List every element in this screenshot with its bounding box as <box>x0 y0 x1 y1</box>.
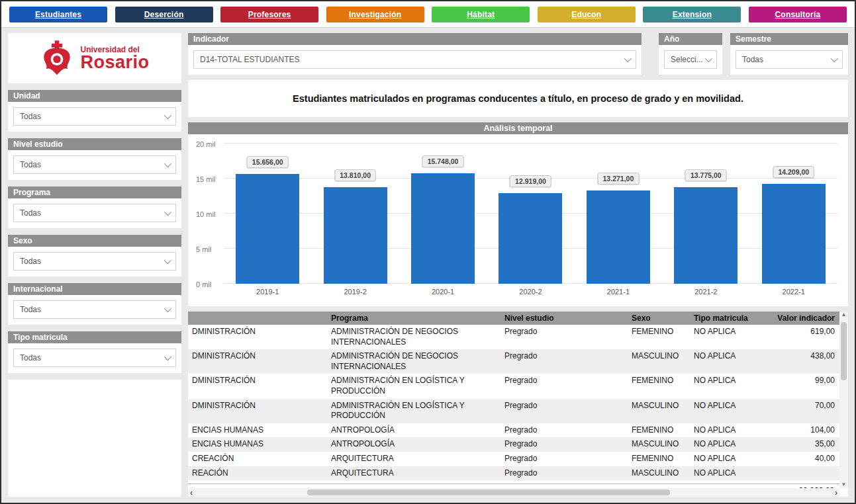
filter-select[interactable]: Todas <box>13 252 176 271</box>
table-row[interactable]: DMINISTRACIÓNADMINISTRACIÓN EN LOGÍSTICA… <box>188 399 848 423</box>
bar-2021-1[interactable] <box>587 190 650 284</box>
dashboard-body: Universidad del Rosario UnidadTodasNivel… <box>1 28 855 502</box>
bar-data-label: 13.810,00 <box>334 169 376 181</box>
table-cell: MASCULINO <box>628 399 690 423</box>
filter-select-value: Todas <box>20 160 41 169</box>
table-cell: DMINISTRACIÓN <box>188 325 327 349</box>
semestre-select-value: Todas <box>742 55 763 64</box>
scroll-up-icon[interactable]: ▲ <box>841 312 847 317</box>
table-cell: NO APLICA <box>690 374 764 398</box>
table-cell: ANTROPOLOGÍA <box>327 437 500 452</box>
dashboard: EstudiantesDeserciónProfesoresInvestigac… <box>0 0 856 504</box>
table-column-header: Nivel estudio <box>500 314 628 323</box>
chevron-down-icon <box>164 208 171 216</box>
nav-button-5[interactable]: Hábitat <box>432 7 530 22</box>
nav-button-1[interactable]: Estudiantes <box>9 7 107 22</box>
filter-card-5: InternacionalTodas <box>8 283 181 325</box>
table-row[interactable]: DMINISTRACIÓNADMINISTRACIÓN DE NEGOCIOS … <box>188 325 848 349</box>
bar-data-label: 14.209,00 <box>773 166 814 178</box>
filter-label: Internacional <box>8 283 181 295</box>
table-row[interactable]: REACIÓNARQUITECTURAPregradoMASCULINONO A… <box>188 466 848 481</box>
ano-select[interactable]: Selecci... <box>664 50 717 69</box>
chevron-down-icon <box>164 257 171 264</box>
filter-card-1: UnidadTodas <box>8 90 181 132</box>
nav-button-4[interactable]: Investigación <box>326 7 424 22</box>
filter-select[interactable]: Todas <box>13 155 176 174</box>
bar-2019-1[interactable] <box>236 174 299 284</box>
table-cell: Pregrado <box>500 466 628 481</box>
horizontal-scroll-thumb[interactable] <box>307 489 670 495</box>
scroll-down-icon[interactable]: ▼ <box>841 482 847 487</box>
bar-2022-1[interactable] <box>762 184 826 284</box>
table-cell: ADMINISTRACIÓN DE NEGOCIOS INTERNACIONAL… <box>327 349 500 374</box>
filter-select[interactable]: Todas <box>13 349 176 367</box>
nav-button-6[interactable]: Educon <box>538 7 636 22</box>
indicador-select[interactable]: D14-TOTAL ESTUDIANTES <box>193 50 636 69</box>
table-row[interactable]: CREACIÓNARQUITECTURAPregradoFEMENINONO A… <box>188 452 848 466</box>
table-cell: DMINISTRACIÓN <box>188 374 327 398</box>
table-cell: Pregrado <box>500 325 628 349</box>
filter-select[interactable]: Todas <box>13 107 176 126</box>
university-name: Universidad del Rosario <box>80 46 149 71</box>
table-row[interactable]: DMINISTRACIÓNADMINISTRACIÓN EN LOGÍSTICA… <box>188 374 848 398</box>
bar-column: 12.919,00 <box>487 144 574 284</box>
filter-card-4: SexoTodas <box>8 235 181 276</box>
table-cell: REACIÓN <box>188 466 327 481</box>
nav-button-2[interactable]: Deserción <box>115 7 213 22</box>
chart-title: Análisis temporal <box>188 122 848 134</box>
chart-x-axis: 2019-12019-22020-12020-22021-12021-22022… <box>224 284 837 300</box>
table-cell: NO APLICA <box>690 325 764 349</box>
filter-label: Sexo <box>8 235 181 247</box>
bar-column: 15.656,00 <box>224 144 311 284</box>
sidebar: Universidad del Rosario UnidadTodasNivel… <box>8 33 181 497</box>
filter-select[interactable]: Todas <box>13 300 176 319</box>
filter-card-2: Nivel estudioTodas <box>8 138 181 180</box>
table-row[interactable]: ENCIAS HUMANASANTROPOLOGÍAPregradoMASCUL… <box>188 437 848 452</box>
table-cell: 35,00 <box>764 437 839 452</box>
chevron-down-icon <box>164 112 171 119</box>
nav-button-3[interactable]: Profesores <box>220 7 318 22</box>
x-axis-label: 2019-1 <box>224 288 311 296</box>
table-cell: ARQUITECTURA <box>327 466 500 481</box>
table-cell <box>764 466 839 481</box>
semestre-filter-label: Semestre <box>730 33 848 45</box>
chevron-down-icon <box>831 55 838 62</box>
table-row[interactable]: ENCIAS HUMANASANTROPOLOGÍAPregradoFEMENI… <box>188 423 848 438</box>
bar-data-label: 15.748,00 <box>422 155 464 167</box>
bar-2021-2[interactable] <box>674 187 737 284</box>
filter-select-value: Todas <box>20 208 41 218</box>
chart-plot-area: 0 mil5 mil10 mil15 mil20 mil15.656,0013.… <box>224 144 837 284</box>
filter-label: Programa <box>8 187 181 198</box>
bar-2020-1[interactable] <box>411 173 475 284</box>
top-nav: EstudiantesDeserciónProfesoresInvestigac… <box>1 1 855 28</box>
table-cell: MASCULINO <box>628 437 690 452</box>
chart-body: 0 mil5 mil10 mil15 mil20 mil15.656,0013.… <box>188 134 848 300</box>
table-cell: NO APLICA <box>690 349 764 374</box>
table-cell: MASCULINO <box>628 349 690 374</box>
bar-column: 15.748,00 <box>399 144 487 284</box>
bar-series: 15.656,0013.810,0015.748,0012.919,0013.2… <box>224 144 837 284</box>
bar-2019-2[interactable] <box>324 187 387 284</box>
bar-2020-2[interactable] <box>499 193 562 284</box>
scroll-right-icon[interactable]: › <box>835 489 837 497</box>
semestre-select[interactable]: Todas <box>736 50 843 69</box>
table-column-header: Tipo matricula <box>690 314 764 323</box>
table-cell: Pregrado <box>500 423 628 438</box>
table-column-header: Valor indicador <box>764 314 839 323</box>
table-cell: FEMENINO <box>628 325 690 349</box>
table-row[interactable]: DMINISTRACIÓNADMINISTRACIÓN DE NEGOCIOS … <box>188 349 848 374</box>
table-cell: 619,00 <box>764 325 839 349</box>
nav-button-7[interactable]: Extension <box>643 7 741 22</box>
table-cell: FEMENINO <box>628 423 690 438</box>
table-cell: NO APLICA <box>690 423 764 438</box>
chevron-down-icon <box>705 55 712 62</box>
filter-label: Unidad <box>8 90 181 102</box>
table-cell: ADMINISTRACIÓN EN LOGÍSTICA Y PRODUCCIÓN <box>327 374 500 398</box>
bar-column: 13.271,00 <box>575 144 662 284</box>
vertical-scroll-thumb[interactable] <box>841 322 847 380</box>
ano-filter-label: Año <box>659 33 722 45</box>
nav-button-8[interactable]: Consultoría <box>749 7 847 22</box>
filter-select[interactable]: Todas <box>13 204 176 222</box>
scroll-left-icon[interactable]: ‹ <box>190 489 193 497</box>
ano-select-value: Selecci... <box>671 55 703 64</box>
